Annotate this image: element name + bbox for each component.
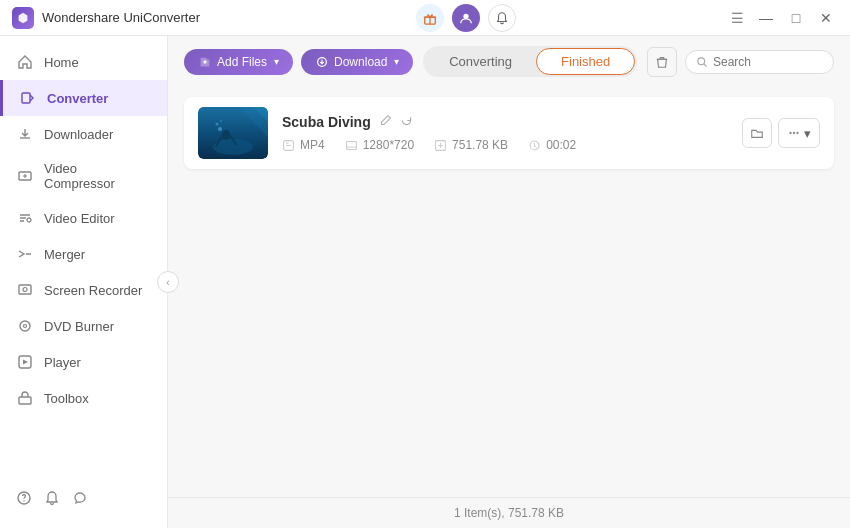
sidebar-item-downloader[interactable]: Downloader [0,116,167,152]
sidebar-item-dvd-burner[interactable]: DVD Burner [0,308,167,344]
converter-icon [19,89,37,107]
tab-finished[interactable]: Finished [536,48,635,75]
svg-rect-22 [346,141,356,149]
svg-point-8 [24,325,27,328]
svg-rect-10 [19,397,31,404]
svg-point-20 [220,120,222,122]
search-input[interactable] [713,55,823,69]
sidebar-label-dvd-burner: DVD Burner [44,319,114,334]
sidebar-label-video-editor: Video Editor [44,211,115,226]
toolbar-left: Add Files ▾ Download ▾ [184,49,413,75]
title-bar: Wondershare UniConverter ☰ — □ ✕ [0,0,850,36]
trash-btn[interactable] [647,47,677,77]
svg-point-27 [796,132,798,134]
help-icon[interactable] [16,490,32,510]
meta-format: MP4 [282,138,325,152]
title-bar-left: Wondershare UniConverter [12,7,200,29]
file-size: 751.78 KB [452,138,508,152]
svg-point-25 [789,132,791,134]
meta-size: 751.78 KB [434,138,508,152]
close-btn[interactable]: ✕ [814,6,838,30]
svg-point-12 [23,500,24,501]
toolbox-icon [16,389,34,407]
sidebar-item-toolbox[interactable]: Toolbox [0,380,167,416]
sidebar-collapse-btn[interactable]: ‹ [157,271,179,293]
more-options-btn[interactable]: ▾ [778,118,820,148]
format-icon [282,139,295,152]
open-folder-btn[interactable] [742,118,772,148]
sidebar-item-merger[interactable]: Merger [0,236,167,272]
window-controls: ☰ — □ ✕ [731,6,838,30]
app-title: Wondershare UniConverter [42,10,200,25]
content-area: Add Files ▾ Download ▾ Converting Finish… [168,36,850,528]
meta-resolution: 1280*720 [345,138,414,152]
sidebar-label-toolbox: Toolbox [44,391,89,406]
main-layout: Home Converter Downloader Video Compress… [0,36,850,528]
screen-recorder-icon [16,281,34,299]
user-icon-btn[interactable] [452,4,480,32]
svg-point-4 [27,218,31,222]
svg-point-7 [20,321,30,331]
file-list: Scuba Diving MP4 [168,87,850,497]
status-bar: 1 Item(s), 751.78 KB [168,497,850,528]
svg-point-19 [216,123,219,126]
sidebar-label-player: Player [44,355,81,370]
header-icons [416,4,516,32]
feedback-icon[interactable] [72,490,88,510]
toolbar-right [647,47,834,77]
duration-icon [528,139,541,152]
file-name-row: Scuba Diving [282,114,728,130]
sidebar-item-video-compressor[interactable]: Video Compressor [0,152,167,200]
table-row: Scuba Diving MP4 [184,97,834,169]
sidebar-label-home: Home [44,55,79,70]
sidebar-item-player[interactable]: Player [0,344,167,380]
player-icon [16,353,34,371]
svg-point-18 [218,127,222,131]
size-icon [434,139,447,152]
resolution-icon [345,139,358,152]
sidebar-item-converter[interactable]: Converter [0,80,167,116]
download-btn[interactable]: Download ▾ [301,49,413,75]
file-thumbnail [198,107,268,159]
file-resolution: 1280*720 [363,138,414,152]
minimize-btn[interactable]: — [754,6,778,30]
bell-icon-btn[interactable] [488,4,516,32]
svg-point-26 [793,132,795,134]
sidebar-item-home[interactable]: Home [0,44,167,80]
svg-point-1 [463,13,468,18]
dvd-burner-icon [16,317,34,335]
svg-point-14 [698,57,705,64]
meta-duration: 00:02 [528,138,576,152]
download-arrow: ▾ [394,56,399,67]
file-format: MP4 [300,138,325,152]
svg-rect-5 [19,285,31,294]
svg-point-17 [222,130,230,140]
file-duration: 00:02 [546,138,576,152]
video-compressor-icon [16,167,34,185]
svg-point-6 [23,288,27,292]
app-icon [12,7,34,29]
add-files-btn[interactable]: Add Files ▾ [184,49,293,75]
sidebar-label-merger: Merger [44,247,85,262]
refresh-icon[interactable] [400,114,413,130]
svg-rect-2 [22,93,30,103]
add-files-label: Add Files [217,55,267,69]
merger-icon [16,245,34,263]
sidebar-item-screen-recorder[interactable]: Screen Recorder [0,272,167,308]
status-text: 1 Item(s), 751.78 KB [454,506,564,520]
downloader-icon [16,125,34,143]
sidebar-label-video-compressor: Video Compressor [44,161,151,191]
tab-converting[interactable]: Converting [425,49,536,74]
maximize-btn[interactable]: □ [784,6,808,30]
file-name: Scuba Diving [282,114,371,130]
sidebar-label-screen-recorder: Screen Recorder [44,283,142,298]
notification-footer-icon[interactable] [44,490,60,510]
search-icon [696,56,708,68]
toolbar: Add Files ▾ Download ▾ Converting Finish… [168,36,850,87]
sidebar-label-downloader: Downloader [44,127,113,142]
edit-name-icon[interactable] [379,114,392,130]
sidebar-item-video-editor[interactable]: Video Editor [0,200,167,236]
search-box[interactable] [685,50,834,74]
gift-icon-btn[interactable] [416,4,444,32]
download-label: Download [334,55,387,69]
